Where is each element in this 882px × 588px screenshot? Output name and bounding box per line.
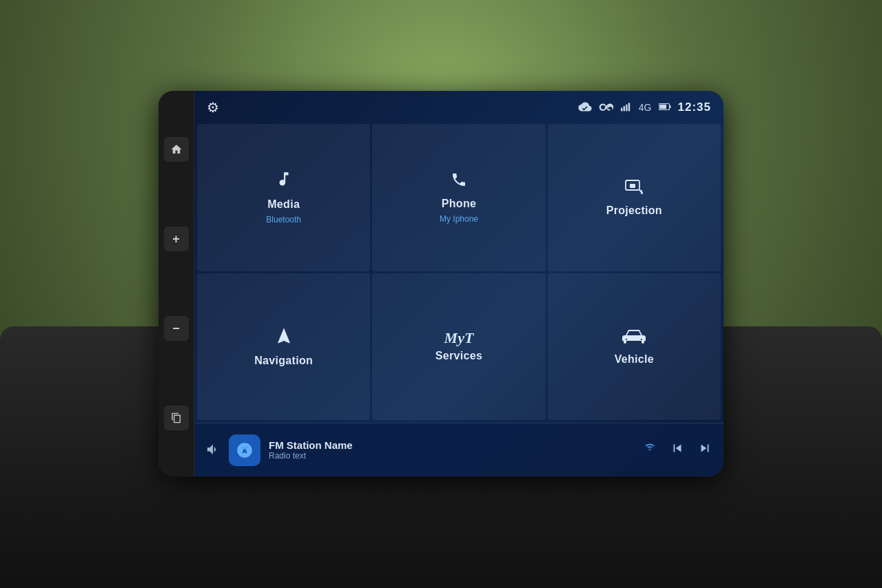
radio-text: Radio text — [269, 451, 634, 461]
vehicle-icon — [622, 328, 646, 349]
home-button[interactable] — [164, 137, 189, 162]
previous-track-button[interactable] — [670, 441, 685, 459]
navigation-label: Navigation — [254, 355, 313, 367]
signal-bars-icon — [621, 102, 632, 114]
projection-icon — [623, 178, 645, 200]
next-track-button[interactable] — [697, 441, 712, 459]
main-screen: ⚙ — [194, 91, 724, 476]
svg-rect-3 — [628, 103, 630, 111]
projection-button[interactable]: Projection — [548, 124, 721, 271]
vehicle-label: Vehicle — [615, 353, 654, 366]
app-grid: Media Bluetooth Phone My Iphone — [194, 121, 724, 423]
media-button[interactable]: Media Bluetooth — [197, 124, 370, 271]
vehicle-button[interactable]: Vehicle — [548, 273, 721, 421]
svg-rect-0 — [621, 107, 622, 111]
status-time: 12:35 — [678, 101, 711, 114]
status-bar: ⚙ — [194, 91, 724, 121]
svg-rect-6 — [669, 105, 670, 108]
volume-icon[interactable] — [205, 442, 220, 458]
myt-icon: MyT — [444, 330, 474, 346]
phone-label: Phone — [442, 198, 476, 210]
station-name: FM Station Name — [269, 439, 634, 451]
phone-sublabel: My Iphone — [440, 214, 478, 224]
navigation-button[interactable]: Navigation — [197, 273, 370, 421]
svg-rect-1 — [623, 106, 624, 111]
media-info: FM Station Name Radio text — [269, 439, 634, 461]
svg-point-11 — [641, 192, 643, 194]
media-bar: FM Station Name Radio text — [194, 423, 724, 476]
screen-housing: + − ⚙ — [158, 91, 724, 476]
radio-icon-box[interactable] — [229, 434, 260, 466]
status-right: 4G 12:35 — [578, 101, 711, 114]
svg-rect-2 — [626, 104, 627, 111]
svg-rect-5 — [659, 105, 666, 109]
settings-icon[interactable]: ⚙ — [207, 99, 219, 116]
navigation-icon — [274, 326, 294, 350]
duplicate-button[interactable] — [164, 406, 189, 430]
media-controls — [642, 441, 712, 459]
phone-icon — [451, 171, 467, 193]
phone-button[interactable]: Phone My Iphone — [372, 124, 545, 271]
volume-down-button[interactable]: − — [164, 316, 189, 341]
4g-label: 4G — [639, 102, 652, 113]
services-button[interactable]: MyT Services — [372, 273, 545, 421]
radio-signal-icon[interactable] — [642, 441, 657, 459]
status-left: ⚙ — [207, 99, 219, 116]
media-icon — [275, 170, 293, 194]
side-buttons-panel: + − — [158, 91, 194, 476]
volume-up-button[interactable]: + — [164, 227, 189, 251]
media-sublabel: Bluetooth — [266, 215, 301, 224]
services-label: Services — [435, 350, 482, 362]
svg-rect-8 — [630, 184, 635, 188]
battery-icon — [659, 102, 671, 113]
media-label: Media — [267, 198, 300, 211]
cloud-sync-icon — [578, 101, 592, 114]
projection-label: Projection — [606, 204, 662, 217]
infinity-icon — [599, 102, 614, 113]
dashboard-background: + − ⚙ — [0, 0, 882, 588]
